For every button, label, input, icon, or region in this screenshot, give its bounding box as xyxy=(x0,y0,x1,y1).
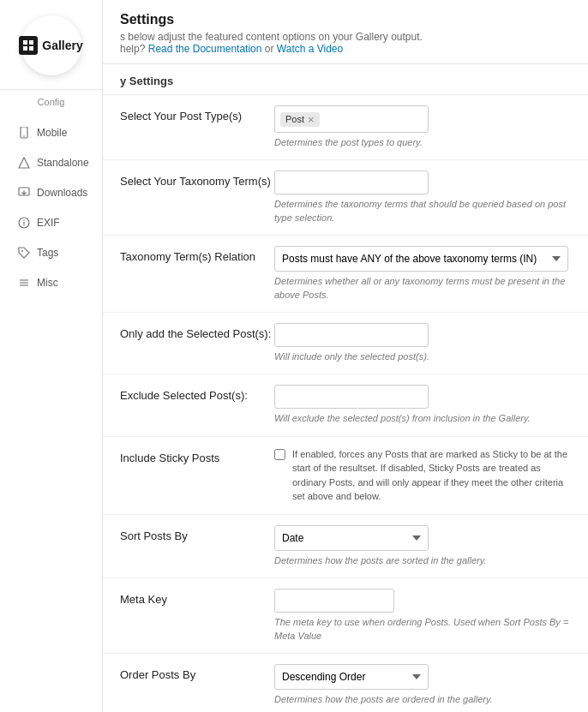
meta-key-row: Meta Key The meta key to use when orderi… xyxy=(103,578,588,654)
sort-posts-by-desc: Determines how the posts are sorted in t… xyxy=(274,554,571,567)
standalone-icon xyxy=(17,156,31,170)
sidebar-config-label: Config xyxy=(0,90,102,111)
only-selected-posts-label: Only add the Selected Post(s): xyxy=(120,323,274,342)
post-type-desc: Determines the post types to query. xyxy=(274,136,571,149)
logo-text: Gallery xyxy=(42,39,82,52)
docs-link[interactable]: Read the Documentation xyxy=(148,43,262,55)
sidebar-item-standalone-label: Standalone xyxy=(37,157,89,169)
taxonomy-term-desc: Determines the taxonomy terms that shoul… xyxy=(274,198,571,224)
page-header: Settings s below adjust the featured con… xyxy=(103,0,588,64)
sidebar-item-misc[interactable]: Misc xyxy=(5,268,97,297)
post-type-row: Select Your Post Type(s) Post × Determin… xyxy=(103,95,588,160)
mobile-icon xyxy=(17,126,31,140)
page-title: Settings xyxy=(120,12,571,27)
order-posts-by-control: Ascending Order Descending Order Determi… xyxy=(274,664,571,706)
sticky-posts-checkbox-desc: If enabled, forces any Posts that are ma… xyxy=(292,447,571,504)
sort-posts-by-row: Sort Posts By Date Title Author Modified… xyxy=(103,515,588,578)
exclude-selected-posts-desc: Will exclude the selected post(s) from i… xyxy=(274,412,571,425)
svg-point-1 xyxy=(23,135,25,137)
video-link[interactable]: Watch a Video xyxy=(277,43,343,55)
downloads-icon xyxy=(17,186,31,200)
page-description: s below adjust the featured content opti… xyxy=(120,31,571,55)
sidebar-nav: Mobile Standalone Downloads EXIF xyxy=(0,111,102,305)
exclude-selected-posts-input[interactable] xyxy=(274,385,429,409)
only-selected-posts-input[interactable] xyxy=(274,323,429,347)
sidebar-logo: Gallery xyxy=(0,0,102,90)
post-type-control: Post × Determines the post types to quer… xyxy=(274,105,571,149)
sidebar: Gallery Config Mobile Standalone xyxy=(0,0,103,712)
main-content: Settings s below adjust the featured con… xyxy=(103,0,588,712)
sort-posts-by-label: Sort Posts By xyxy=(120,525,274,544)
post-type-label: Select Your Post Type(s) xyxy=(120,105,274,124)
gallery-logo-svg xyxy=(22,39,34,51)
order-posts-by-label: Order Posts By xyxy=(120,664,274,683)
order-posts-by-select[interactable]: Ascending Order Descending Order xyxy=(274,664,429,690)
sidebar-item-tags[interactable]: Tags xyxy=(5,238,97,267)
only-selected-posts-desc: Will include only the selected post(s). xyxy=(274,350,571,363)
sidebar-item-downloads-label: Downloads xyxy=(37,187,87,199)
svg-marker-2 xyxy=(19,158,29,168)
logo-inner: Gallery xyxy=(19,36,82,55)
sidebar-item-standalone[interactable]: Standalone xyxy=(5,148,97,177)
meta-key-label: Meta Key xyxy=(120,589,274,607)
sidebar-item-mobile[interactable]: Mobile xyxy=(5,118,97,147)
logo-circle: Gallery xyxy=(21,15,81,75)
sort-posts-by-select[interactable]: Date Title Author Modified Random Meta V… xyxy=(274,525,429,551)
sticky-posts-checkbox-row: If enabled, forces any Posts that are ma… xyxy=(274,447,571,504)
taxonomy-relation-select[interactable]: Posts must have ANY of the above taxonom… xyxy=(274,246,568,272)
order-posts-by-row: Order Posts By Ascending Order Descendin… xyxy=(103,654,588,712)
post-type-tag-input[interactable]: Post × xyxy=(274,105,429,133)
section-title: y Settings xyxy=(103,64,588,95)
exif-icon xyxy=(17,216,31,230)
page-help-prefix: help? xyxy=(120,43,145,55)
order-posts-by-desc: Determines how the posts are ordered in … xyxy=(274,693,571,706)
taxonomy-relation-label: Taxonomy Term(s) Relation xyxy=(120,246,274,265)
exclude-selected-posts-control: Will exclude the selected post(s) from i… xyxy=(274,385,571,425)
sidebar-item-exif[interactable]: EXIF xyxy=(5,208,97,237)
include-sticky-posts-checkbox[interactable] xyxy=(274,449,285,460)
taxonomy-term-label: Select Your Taxonomy Term(s) xyxy=(120,171,274,189)
sidebar-item-exif-label: EXIF xyxy=(37,217,60,229)
taxonomy-relation-row: Taxonomy Term(s) Relation Posts must hav… xyxy=(103,236,588,313)
taxonomy-term-input[interactable] xyxy=(274,171,429,194)
misc-icon xyxy=(17,276,31,290)
taxonomy-term-row: Select Your Taxonomy Term(s) Determines … xyxy=(103,160,588,236)
sort-posts-by-control: Date Title Author Modified Random Meta V… xyxy=(274,525,571,567)
include-sticky-posts-row: Include Sticky Posts If enabled, forces … xyxy=(103,437,588,515)
sidebar-item-misc-label: Misc xyxy=(37,277,58,289)
taxonomy-relation-desc: Determines whether all or any taxonomy t… xyxy=(274,275,571,302)
taxonomy-relation-control: Posts must have ANY of the above taxonom… xyxy=(274,246,571,302)
tags-icon xyxy=(17,246,31,260)
post-type-tag: Post × xyxy=(280,112,320,127)
sidebar-item-tags-label: Tags xyxy=(37,247,58,259)
meta-key-input[interactable] xyxy=(274,589,394,613)
post-type-tag-value: Post xyxy=(285,114,304,124)
page-desc-text: s below adjust the featured content opti… xyxy=(120,31,423,43)
only-selected-posts-row: Only add the Selected Post(s): Will incl… xyxy=(103,313,588,374)
svg-point-8 xyxy=(21,250,23,252)
meta-key-control: The meta key to use when ordering Posts.… xyxy=(274,589,571,643)
meta-key-desc: The meta key to use when ordering Posts.… xyxy=(274,616,571,643)
taxonomy-term-control: Determines the taxonomy terms that shoul… xyxy=(274,171,571,224)
sidebar-item-mobile-label: Mobile xyxy=(37,127,67,139)
only-selected-posts-control: Will include only the selected post(s). xyxy=(274,323,571,363)
svg-point-7 xyxy=(23,219,25,221)
logo-icon xyxy=(19,36,38,55)
post-type-tag-remove[interactable]: × xyxy=(308,114,315,125)
sidebar-item-downloads[interactable]: Downloads xyxy=(5,178,97,207)
include-sticky-posts-control: If enabled, forces any Posts that are ma… xyxy=(274,447,571,504)
include-sticky-posts-label: Include Sticky Posts xyxy=(120,447,274,466)
app-layout: Gallery Config Mobile Standalone xyxy=(0,0,588,712)
exclude-selected-posts-row: Exclude Selected Post(s): Will exclude t… xyxy=(103,374,588,436)
exclude-selected-posts-label: Exclude Selected Post(s): xyxy=(120,385,274,404)
